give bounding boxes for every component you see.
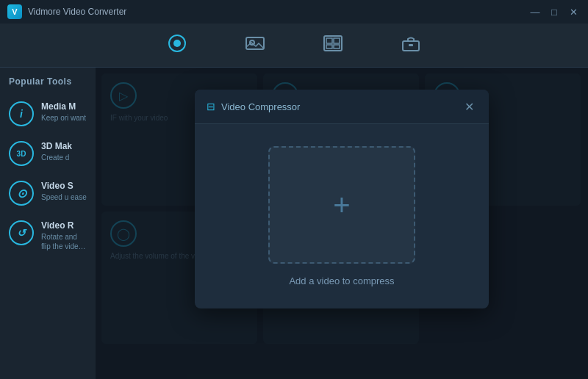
main-content: ▷ IF with your video ◈ deos to the perfe… [96,68,588,379]
title-bar: V Vidmore Video Converter ― □ ✕ [0,0,588,24]
sidebar-item-speed-desc: Speed u ease [41,192,87,202]
sidebar-item-3d-desc: Create d [41,153,87,162]
modal-close-button[interactable]: ✕ [461,98,477,115]
minimize-button[interactable]: ― [528,4,542,19]
app-title: Vidmore Video Converter [28,7,126,17]
svg-point-1 [173,40,181,47]
title-bar-controls: ― □ ✕ [528,4,581,19]
sidebar-item-media-name: Media M [41,101,87,112]
sidebar-item-rotate-name: Video R [41,220,87,231]
enhance-icon [323,35,343,56]
photo-icon [245,35,265,56]
convert-icon [168,34,187,57]
sidebar-item-video-speed[interactable]: ⊙ Video S Speed u ease [0,173,96,213]
toolbar-photo[interactable] [245,35,265,56]
toolbar-enhance[interactable] [323,35,343,56]
drop-zone-label: Add a video to compress [289,275,394,286]
svg-rect-2 [246,37,264,49]
toolbar-toolbox[interactable] [401,35,420,56]
modal-body: + Add a video to compress [195,124,489,308]
sidebar-item-media-desc: Keep ori want [41,113,87,123]
info-icon: i [9,101,34,126]
svg-rect-6 [334,38,340,43]
main-toolbar [0,24,588,68]
svg-rect-8 [334,45,340,48]
modal-overlay: ⊟ Video Compressor ✕ + Add a video to co… [96,68,588,379]
sidebar-item-3d-name: 3D Mak [41,141,87,151]
sidebar-item-3d-maker[interactable]: 3D 3D Mak Create d [0,134,96,173]
speed-icon: ⊙ [9,181,34,206]
svg-rect-7 [326,45,332,48]
modal-title: Video Compressor [221,101,300,112]
content-area: Popular Tools i Media M Keep ori want 3D… [0,68,588,379]
maximize-button[interactable]: □ [547,4,562,19]
drop-zone-plus-icon: + [333,190,350,220]
toolbox-icon [401,35,420,56]
close-button[interactable]: ✕ [566,4,581,19]
compressor-header-icon: ⊟ [207,101,215,112]
drop-zone[interactable]: + [268,146,415,264]
modal-header: ⊟ Video Compressor ✕ [195,90,489,124]
video-compressor-modal: ⊟ Video Compressor ✕ + Add a video to co… [195,90,489,308]
sidebar-item-media-metadata[interactable]: i Media M Keep ori want [0,94,96,134]
title-bar-left: V Vidmore Video Converter [7,4,126,19]
toolbar-convert[interactable] [168,34,187,57]
sidebar-item-speed-name: Video S [41,181,87,191]
rotate-icon: ↺ [9,220,34,245]
sidebar: Popular Tools i Media M Keep ori want 3D… [0,68,96,379]
sidebar-item-video-reverser[interactable]: ↺ Video R Rotate and flip the video as y… [0,213,96,259]
app-icon: V [7,4,22,19]
svg-rect-5 [326,38,332,43]
sidebar-title: Popular Tools [0,76,96,94]
svg-rect-10 [409,44,413,46]
3d-icon: 3D [9,141,34,166]
sidebar-item-rotate-desc: Rotate and flip the video as you like [41,232,87,251]
